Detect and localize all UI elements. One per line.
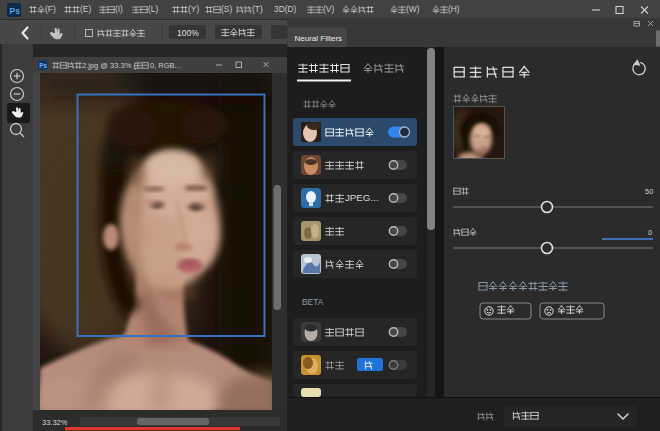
svg-text:(Y): (Y) xyxy=(188,4,199,14)
svg-text:33.32%: 33.32% xyxy=(42,418,68,427)
svg-text:(W): (W) xyxy=(406,4,420,14)
svg-text:(V): (V) xyxy=(323,4,334,14)
svg-text:(E): (E) xyxy=(80,4,91,14)
svg-text:2.jpg @ 33.3% (: 2.jpg @ 33.3% ( xyxy=(82,61,136,70)
svg-text:(L): (L) xyxy=(148,4,158,14)
svg-text:0, RGB...: 0, RGB... xyxy=(150,61,181,70)
svg-text:(F): (F) xyxy=(45,4,56,14)
svg-text:50: 50 xyxy=(645,187,653,196)
svg-text:100%: 100% xyxy=(177,28,199,38)
svg-text:3D(D): 3D(D) xyxy=(274,4,297,14)
svg-text:(S): (S) xyxy=(221,4,232,14)
svg-text:BETA: BETA xyxy=(302,297,324,307)
svg-text:0: 0 xyxy=(648,228,652,237)
svg-text:(I): (I) xyxy=(115,4,123,14)
svg-text:Neural Filters: Neural Filters xyxy=(295,34,343,43)
svg-text:(H): (H) xyxy=(448,4,460,14)
svg-text:(T): (T) xyxy=(252,4,263,14)
svg-text:JPEG...: JPEG... xyxy=(345,192,379,203)
svg-text:Ps: Ps xyxy=(10,6,21,16)
svg-text:Ps: Ps xyxy=(39,62,47,69)
